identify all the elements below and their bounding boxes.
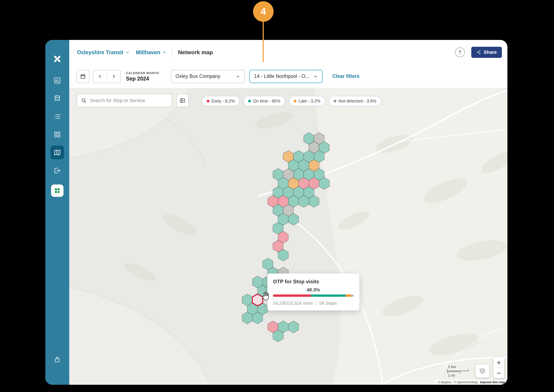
expand-panel-icon	[180, 98, 186, 104]
month-block: CALENDAR MONTH Sep 2024	[126, 71, 163, 82]
legend-label: Late - 3.2%	[299, 99, 320, 104]
legend-dot-icon	[207, 100, 209, 103]
page-title: Network map	[178, 49, 213, 56]
legend-label: On time - 85%	[253, 99, 281, 104]
otp-tooltip: OTP for Stop visits 48.3% 16,235/18,324 …	[267, 273, 359, 310]
nav-apps-icon[interactable]	[50, 128, 64, 141]
nav-network-map-icon[interactable]	[50, 146, 64, 159]
search-box[interactable]	[77, 94, 172, 107]
legend-dot-icon	[248, 100, 251, 103]
tooltip-meta: 16,235/18,324 visits | 58 Stops	[273, 301, 354, 306]
hex-cell-ontime[interactable]	[288, 321, 299, 333]
region-label: Millhaven	[136, 49, 160, 56]
sidebar	[45, 40, 69, 385]
search-input[interactable]	[90, 98, 168, 104]
next-month-button[interactable]	[107, 70, 120, 83]
service-dropdown[interactable]: 14 - Little Northpool - O...	[249, 70, 323, 83]
month-nav	[93, 70, 121, 83]
operator-value: Oxley Bus Company	[175, 73, 232, 79]
map-attribution: © Mapbox © OpenStreetMap Improve this ma…	[435, 380, 507, 385]
annotation-pointer-line	[263, 22, 264, 62]
legend-label: Not detected - 3.6%	[338, 99, 376, 104]
otp-bar-segment	[273, 294, 311, 297]
month-value: Sep 2024	[126, 76, 163, 82]
share-icon	[476, 50, 481, 55]
otp-bar-segment	[345, 294, 351, 297]
chevron-down-icon	[313, 74, 318, 79]
calendar-icon	[80, 73, 86, 79]
nav-vehicles-icon[interactable]	[50, 91, 64, 105]
org-selector[interactable]: Oxleyshire Transit	[77, 49, 130, 56]
nav-analytics-icon[interactable]	[50, 74, 64, 87]
legend-chip[interactable]: Late - 3.2%	[289, 96, 325, 106]
app-logo-icon	[50, 52, 64, 66]
share-label: Share	[484, 49, 497, 55]
tooltip-stops: 58 Stops	[319, 301, 337, 306]
calendar-month-label: CALENDAR MONTH	[126, 71, 163, 75]
attribution-osm[interactable]: © OpenStreetMap	[454, 380, 478, 384]
otp-bar-segment	[311, 294, 346, 297]
layers-icon	[479, 367, 486, 375]
legend-label: Early - 8.2%	[212, 99, 235, 104]
operator-dropdown[interactable]: Oxley Bus Company	[171, 70, 245, 83]
legend-dot-icon	[334, 100, 336, 103]
nav-routes-list-icon[interactable]	[50, 110, 64, 123]
chevron-down-icon	[125, 50, 130, 55]
prev-month-button[interactable]	[94, 70, 107, 83]
region-selector[interactable]: Millhaven	[136, 49, 166, 56]
top-header: Oxleyshire Transit Millhaven Network map…	[69, 40, 507, 65]
legend-chip[interactable]: On time - 85%	[244, 96, 285, 106]
stage: 4 Oxleyshire Transit Millhaven Network m…	[0, 0, 554, 392]
tooltip-otp-bar	[273, 294, 354, 297]
share-button[interactable]: Share	[471, 47, 502, 58]
attribution-improve-link[interactable]: Improve this map	[480, 380, 505, 384]
hex-cell-selected[interactable]	[252, 294, 263, 306]
chevron-right-icon	[111, 74, 116, 79]
tooltip-pipe: |	[316, 301, 317, 306]
chevron-down-icon	[236, 74, 240, 79]
annotation-badge: 4	[253, 1, 273, 22]
map-scale: 2 km 1 mi	[447, 365, 468, 378]
search-icon	[81, 98, 86, 103]
chevron-down-icon	[162, 50, 166, 55]
scale-mi-label: 1 mi	[447, 373, 455, 378]
legend-dot-icon	[294, 100, 296, 103]
expand-panel-button[interactable]	[176, 94, 189, 107]
calendar-button[interactable]	[76, 70, 90, 83]
filter-bar: CALENDAR MONTH Sep 2024 Oxley Bus Compan…	[69, 65, 507, 88]
zoom-control: + −	[494, 357, 504, 378]
otp-bar-segment	[351, 294, 354, 297]
zoom-out-button[interactable]: −	[494, 368, 504, 378]
map-layers-button[interactable]	[475, 364, 489, 378]
app-window: Oxleyshire Transit Millhaven Network map…	[45, 40, 507, 385]
org-label: Oxleyshire Transit	[77, 49, 123, 56]
legend-chips: Early - 8.2%On time - 85%Late - 3.2%Not …	[202, 96, 381, 106]
scale-km-label: 2 km	[447, 365, 456, 369]
zoom-in-button[interactable]: +	[494, 357, 504, 368]
tooltip-title: OTP for Stop visits	[273, 279, 354, 285]
legend-chip[interactable]: Not detected - 3.6%	[329, 96, 381, 106]
help-button[interactable]: ?	[455, 47, 465, 57]
nav-logout-icon[interactable]	[50, 164, 64, 177]
clear-filters-link[interactable]: Clear filters	[332, 73, 360, 79]
privacy-lock-icon	[50, 352, 64, 366]
service-value: 14 - Little Northpool - O...	[254, 73, 310, 79]
header-divider	[172, 49, 173, 56]
tooltip-visits: 16,235/18,324 visits	[273, 301, 313, 306]
map-area[interactable]: Early - 8.2%On time - 85%Late - 3.2%Not …	[69, 88, 507, 385]
partner-app-icon[interactable]	[51, 184, 64, 197]
attribution-mapbox[interactable]: © Mapbox	[438, 380, 452, 384]
tooltip-value: 48.3%	[273, 287, 354, 293]
chevron-left-icon	[97, 74, 103, 79]
hex-heatmap-layer[interactable]	[69, 88, 507, 385]
legend-chip[interactable]: Early - 8.2%	[202, 96, 240, 106]
